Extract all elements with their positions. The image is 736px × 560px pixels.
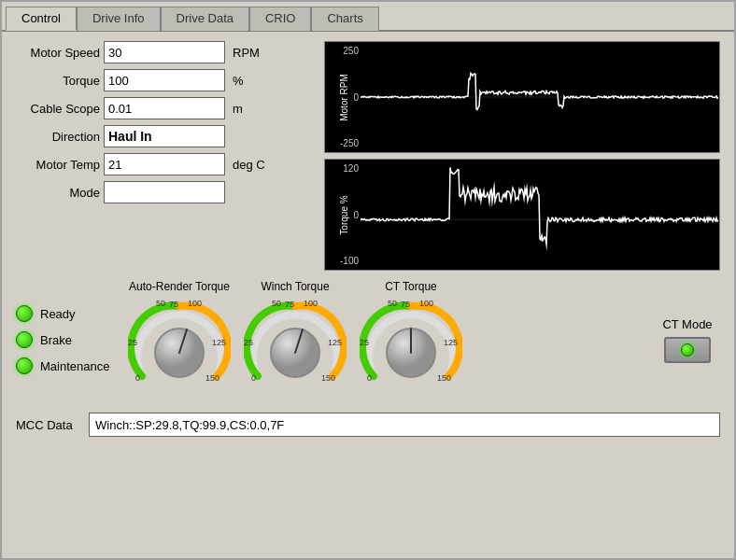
direction-label: Direction bbox=[16, 130, 100, 144]
top-section: Motor Speed RPM Torque % Cable Scope m D… bbox=[16, 41, 720, 271]
tab-crio[interactable]: CRIO bbox=[249, 7, 312, 31]
svg-text:125: 125 bbox=[212, 338, 226, 347]
fields-panel: Motor Speed RPM Torque % Cable Scope m D… bbox=[16, 41, 315, 271]
direction-input[interactable] bbox=[104, 125, 225, 147]
mcc-bar: MCC Data Winch::SP:29.8,TQ:99.9,CS:0.0,7… bbox=[16, 409, 720, 441]
svg-text:0: 0 bbox=[135, 373, 140, 383]
ct-torque-title: CT Torque bbox=[385, 280, 437, 293]
winch-torque-knob-group: Winch Torque 0 75 25 125 150 50 1 bbox=[244, 280, 347, 399]
tab-drive-info[interactable]: Drive Info bbox=[77, 7, 161, 31]
svg-text:50: 50 bbox=[388, 299, 397, 308]
direction-row: Direction bbox=[16, 125, 315, 147]
winch-torque-gauge: 0 75 25 125 150 50 100 bbox=[244, 297, 347, 399]
cable-scope-input[interactable] bbox=[104, 97, 225, 119]
mode-row: Mode bbox=[16, 181, 315, 203]
svg-text:75: 75 bbox=[285, 300, 294, 309]
motor-speed-row: Motor Speed RPM bbox=[16, 41, 315, 63]
tab-bar: Control Drive Info Drive Data CRIO Chart… bbox=[2, 2, 734, 32]
ct-torque-gauge: 0 75 25 125 150 50 100 bbox=[360, 297, 462, 399]
svg-text:25: 25 bbox=[128, 338, 137, 347]
svg-text:75: 75 bbox=[169, 300, 178, 309]
tab-charts[interactable]: Charts bbox=[311, 7, 378, 31]
tab-control[interactable]: Control bbox=[6, 7, 77, 31]
auto-render-torque-knob[interactable]: 0 75 25 125 150 50 100 bbox=[128, 297, 231, 399]
motor-speed-label: Motor Speed bbox=[16, 46, 100, 60]
svg-text:125: 125 bbox=[328, 338, 342, 347]
torque-chart-canvas bbox=[361, 160, 719, 270]
motor-speed-unit: RPM bbox=[233, 46, 260, 60]
svg-text:100: 100 bbox=[419, 299, 433, 308]
brake-led bbox=[16, 331, 33, 348]
motor-temp-label: Motor Temp bbox=[16, 158, 100, 172]
indicators-panel: Ready Brake Maintenance bbox=[16, 305, 119, 374]
rpm-chart-label: Motor RPM bbox=[339, 74, 349, 121]
svg-text:75: 75 bbox=[401, 300, 410, 309]
svg-text:100: 100 bbox=[304, 299, 318, 308]
auto-render-torque-gauge: 0 75 25 125 150 50 100 bbox=[128, 297, 231, 399]
torque-label: Torque bbox=[16, 74, 100, 88]
svg-text:150: 150 bbox=[205, 373, 219, 383]
charts-panel: 250 0 -250 Motor RPM 120 0 -100 bbox=[324, 41, 720, 271]
ct-torque-knob-group: CT Torque 0 75 25 125 150 50 100 bbox=[360, 280, 462, 399]
winch-torque-knob[interactable]: 0 75 25 125 150 50 100 bbox=[244, 297, 347, 399]
winch-torque-title: Winch Torque bbox=[261, 280, 329, 293]
motor-temp-input[interactable] bbox=[104, 153, 225, 175]
cable-scope-label: Cable Scope bbox=[16, 102, 100, 116]
svg-text:125: 125 bbox=[444, 338, 458, 347]
svg-text:25: 25 bbox=[244, 338, 253, 347]
maintenance-led bbox=[16, 357, 33, 374]
ct-torque-knob[interactable]: 0 75 25 125 150 50 100 bbox=[360, 297, 462, 399]
tab-drive-data[interactable]: Drive Data bbox=[161, 7, 249, 31]
maintenance-label: Maintenance bbox=[40, 359, 109, 373]
torque-chart-label: Torque % bbox=[339, 195, 349, 234]
rpm-chart-canvas bbox=[361, 42, 719, 152]
torque-row: Torque % bbox=[16, 69, 315, 91]
auto-render-torque-title: Auto-Render Torque bbox=[129, 280, 230, 293]
motor-speed-input[interactable] bbox=[104, 41, 225, 63]
cable-scope-row: Cable Scope m bbox=[16, 97, 315, 119]
motor-temp-row: Motor Temp deg C bbox=[16, 153, 315, 175]
brake-label: Brake bbox=[40, 333, 72, 347]
maintenance-indicator-row: Maintenance bbox=[16, 357, 119, 374]
bottom-section: Ready Brake Maintenance Auto-Render Torq… bbox=[16, 280, 720, 399]
svg-text:50: 50 bbox=[156, 299, 165, 308]
mode-input[interactable] bbox=[104, 181, 225, 203]
svg-text:0: 0 bbox=[251, 373, 256, 383]
svg-text:0: 0 bbox=[367, 373, 372, 383]
svg-text:100: 100 bbox=[188, 299, 202, 308]
content-area: Motor Speed RPM Torque % Cable Scope m D… bbox=[2, 32, 734, 558]
cable-scope-unit: m bbox=[233, 102, 243, 116]
ct-mode-label: CT Mode bbox=[662, 317, 712, 331]
main-container: Control Drive Info Drive Data CRIO Chart… bbox=[0, 0, 736, 560]
ready-indicator-row: Ready bbox=[16, 305, 119, 322]
mcc-data-value: Winch::SP:29.8,TQ:99.9,CS:0.0,7F bbox=[89, 413, 720, 437]
ct-mode-led bbox=[681, 343, 694, 357]
mode-label: Mode bbox=[16, 186, 100, 200]
knobs-section: Auto-Render Torque 0 75 bbox=[128, 280, 645, 399]
rpm-chart-box: 250 0 -250 Motor RPM bbox=[324, 41, 720, 153]
auto-render-torque-knob-group: Auto-Render Torque 0 75 bbox=[128, 280, 231, 399]
torque-chart-box: 120 0 -100 Torque % bbox=[324, 159, 720, 271]
torque-input[interactable] bbox=[104, 69, 225, 91]
brake-indicator-row: Brake bbox=[16, 331, 119, 348]
ready-led bbox=[16, 305, 33, 322]
svg-text:25: 25 bbox=[360, 338, 369, 347]
svg-text:50: 50 bbox=[272, 299, 281, 308]
torque-unit: % bbox=[233, 74, 244, 88]
svg-text:150: 150 bbox=[321, 373, 335, 383]
ct-mode-button[interactable] bbox=[664, 337, 711, 363]
motor-temp-unit: deg C bbox=[233, 158, 265, 172]
ready-label: Ready bbox=[40, 307, 76, 321]
svg-text:150: 150 bbox=[437, 373, 451, 383]
mcc-data-label: MCC Data bbox=[16, 418, 81, 432]
ct-mode-section: CT Mode bbox=[655, 317, 720, 363]
